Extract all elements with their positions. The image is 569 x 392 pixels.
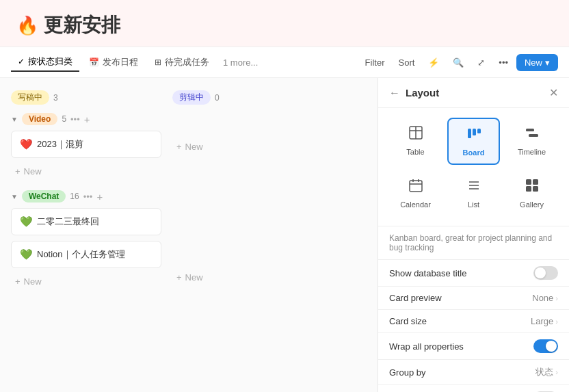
panel-close-button[interactable]: ✕: [549, 86, 558, 99]
filter-button[interactable]: Filter: [360, 55, 391, 70]
toggle-wrap-properties[interactable]: [533, 339, 558, 353]
board-layout-icon: [466, 126, 481, 144]
column-count-editing: 0: [215, 93, 220, 103]
group-wechat: ▼ WeChat 16 ••• + 💚 二零二三最终回 💚 Notion｜个人任…: [11, 190, 161, 289]
new-button[interactable]: New ▾: [516, 54, 558, 71]
group-header-video[interactable]: ▼ Video 5 ••• +: [11, 113, 161, 125]
board-columns: 写稿中 3 ▼ Video 5 ••• + ❤️ 2023｜混剪: [11, 89, 367, 300]
column-editing: 剪辑中 0 + New + New: [172, 89, 323, 300]
arrow-icon-3: ›: [555, 368, 558, 376]
group-toggle-video: ▼: [11, 116, 18, 123]
calendar-layout-icon: [408, 178, 423, 196]
layout-option-table[interactable]: Table: [389, 118, 442, 165]
page-title: 🔥 更新安排: [16, 12, 553, 38]
column-tag-editing: 剪辑中: [172, 90, 211, 105]
board-layout-label: Board: [463, 148, 485, 157]
toggle-knob-wrap: [546, 341, 557, 352]
add-new-label: New: [24, 166, 42, 177]
svg-rect-15: [526, 179, 531, 185]
group-header-wechat[interactable]: ▼ WeChat 16 ••• +: [11, 190, 161, 202]
toggle-knob-show-title: [535, 267, 546, 278]
card-title-1: 2023｜混剪: [37, 138, 83, 151]
group-plus-wechat[interactable]: +: [96, 191, 103, 202]
layout-option-timeline[interactable]: Timeline: [505, 118, 558, 165]
plus-icon-ve: +: [176, 142, 182, 152]
toolbar: ✓ 按状态归类 📅 发布日程 ⊞ 待完成任务 1 more... Filter …: [0, 47, 569, 78]
plus-icon-wechat: +: [15, 276, 21, 287]
add-new-wechat-draft[interactable]: + New: [11, 274, 161, 289]
page-title-icon: 🔥: [16, 15, 38, 36]
list-layout-icon: [466, 178, 481, 196]
add-new-label-we: New: [185, 272, 203, 283]
setting-card-size[interactable]: Card size Large ›: [378, 310, 569, 333]
sort-label: Sort: [398, 57, 414, 68]
card-wechat-1[interactable]: 💚 二零二三最终回: [11, 208, 161, 235]
tab-pending-tasks[interactable]: ⊞ 待完成任务: [148, 53, 216, 71]
sort-button[interactable]: Sort: [393, 55, 420, 70]
layout-option-gallery[interactable]: Gallery: [505, 170, 558, 216]
dropdown-arrow: ▾: [545, 57, 550, 68]
arrow-icon-2: ›: [555, 317, 558, 326]
setting-show-title-label: Show database title: [389, 268, 533, 278]
group-video: ▼ Video 5 ••• + ❤️ 2023｜混剪 + New: [11, 113, 161, 179]
layout-option-board[interactable]: Board: [447, 118, 500, 165]
calendar-layout-label: Calendar: [400, 200, 431, 209]
card-emoji-wechat-1: 💚: [20, 215, 33, 228]
setting-color-columns: Color columns: [378, 385, 569, 392]
layout-panel: ← Layout ✕ Table: [378, 78, 569, 392]
layout-option-calendar[interactable]: Calendar: [389, 170, 442, 216]
svg-rect-16: [533, 179, 538, 185]
timeline-layout-icon: [525, 125, 540, 144]
svg-rect-7: [529, 134, 538, 137]
add-new-label-wechat: New: [24, 276, 42, 287]
table-layout-icon: [408, 125, 423, 144]
card-title-wechat-2: Notion｜个人任务管理: [37, 248, 125, 261]
group-toggle-wechat: ▼: [11, 193, 18, 200]
svg-rect-17: [526, 186, 531, 192]
lightning-button[interactable]: ⚡: [423, 55, 445, 70]
group-wechat-editing: + New: [172, 244, 323, 285]
card-emoji-wechat-2: 💚: [20, 248, 33, 261]
group-plus-video[interactable]: +: [84, 114, 90, 125]
layout-option-list[interactable]: List: [447, 170, 500, 216]
tab-by-status[interactable]: ✓ 按状态归类: [11, 53, 79, 72]
tab-publish-schedule[interactable]: 📅 发布日程: [82, 53, 145, 71]
group-dots-wechat[interactable]: •••: [83, 192, 93, 202]
svg-rect-8: [410, 181, 422, 192]
check-icon: ✓: [18, 57, 25, 66]
svg-rect-3: [468, 129, 471, 138]
setting-show-title: Show database title: [378, 260, 569, 287]
more-tabs[interactable]: 1 more...: [219, 55, 262, 70]
panel-title: Layout: [406, 87, 549, 99]
add-new-video-draft[interactable]: + New: [11, 164, 161, 179]
share-icon: ⤢: [477, 57, 485, 68]
setting-wrap-properties-label: Wrap all properties: [389, 341, 533, 352]
setting-card-size-label: Card size: [389, 316, 531, 326]
group-dots-video[interactable]: •••: [70, 114, 80, 125]
more-button[interactable]: •••: [493, 55, 514, 70]
card-wechat-2[interactable]: 💚 Notion｜个人任务管理: [11, 241, 161, 268]
grid-icon: ⊞: [155, 57, 161, 67]
setting-card-preview[interactable]: Card preview None ›: [378, 287, 569, 310]
svg-rect-6: [526, 129, 534, 131]
table-layout-label: Table: [406, 148, 424, 156]
toggle-show-title[interactable]: [533, 266, 558, 280]
list-layout-label: List: [468, 200, 479, 209]
dots-icon: •••: [499, 57, 508, 68]
panel-header: ← Layout ✕: [378, 78, 569, 108]
card-video-1[interactable]: ❤️ 2023｜混剪: [11, 131, 161, 158]
add-new-wechat-editing[interactable]: + New: [172, 270, 323, 285]
search-button[interactable]: 🔍: [447, 55, 469, 70]
column-draft: 写稿中 3 ▼ Video 5 ••• + ❤️ 2023｜混剪: [11, 89, 161, 300]
panel-back-button[interactable]: ←: [389, 87, 400, 99]
lightning-icon: ⚡: [428, 57, 439, 68]
setting-group-by[interactable]: Group by 状态 ›: [378, 360, 569, 385]
group-video-editing: + New: [172, 113, 323, 155]
setting-card-size-value: Large ›: [531, 316, 558, 326]
add-new-video-editing[interactable]: + New: [172, 139, 323, 155]
column-tag-draft: 写稿中: [11, 90, 49, 105]
search-icon: 🔍: [453, 57, 464, 68]
calendar-icon: 📅: [89, 57, 99, 67]
share-button[interactable]: ⤢: [472, 55, 490, 70]
setting-group-by-value: 状态 ›: [535, 366, 558, 378]
